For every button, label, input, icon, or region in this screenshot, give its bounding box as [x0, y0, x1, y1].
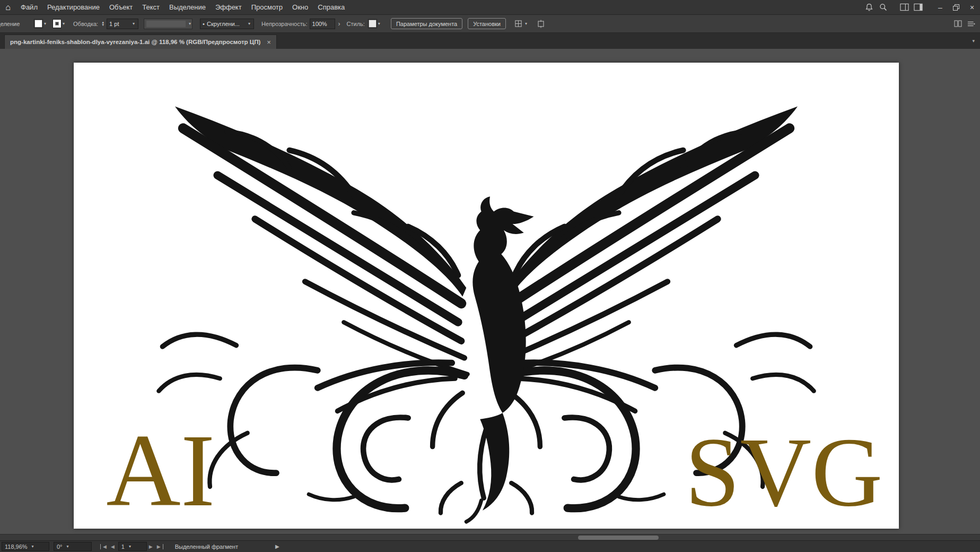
- horizontal-scrollbar[interactable]: [0, 534, 980, 540]
- close-icon: ×: [970, 3, 974, 12]
- stroke-color-swatch[interactable]: [52, 19, 62, 28]
- stroke-weight-stepper[interactable]: ▲ ▼: [101, 21, 104, 27]
- transform-reference-icon: [514, 20, 522, 28]
- canvas-pasteboard[interactable]: AI SVG: [0, 49, 980, 534]
- home-icon: ⌂: [5, 3, 11, 12]
- bell-icon: [864, 3, 874, 12]
- artboard-text-svg[interactable]: SVG: [685, 417, 883, 527]
- rotation-dropdown[interactable]: 0° ▾: [54, 542, 92, 551]
- control-bar: Выделение ▾ ▾ Обводка: ▲ ▼ 1 pt ▾ ▾ • Ск…: [0, 15, 980, 33]
- first-artboard-button[interactable]: ◀: [100, 544, 109, 549]
- main-menu: Файл Редактирование Объект Текст Выделен…: [16, 0, 349, 15]
- artboard-number-field[interactable]: 1 ▾: [118, 542, 147, 551]
- profile-chevron-icon: ▾: [188, 21, 192, 26]
- next-artboard-button[interactable]: ▶: [147, 544, 155, 549]
- opacity-field[interactable]: 100%: [310, 19, 335, 29]
- artboard-text-ai[interactable]: AI: [106, 413, 215, 528]
- document-tab-strip: png-kartinki-feniks-shablon-dlya-vyrezan…: [0, 33, 980, 49]
- width-profile-dropdown[interactable]: ▾: [144, 19, 192, 29]
- brush-definition-dropdown[interactable]: • Скруглени... ▾: [200, 19, 254, 29]
- panel-layout-icon: [914, 3, 923, 11]
- menu-bar: ⌂ Файл Редактирование Объект Текст Выдел…: [0, 0, 980, 15]
- panel-layout-button[interactable]: [911, 0, 925, 15]
- active-tool-label: Выделение: [0, 21, 24, 27]
- menu-view[interactable]: Просмотр: [247, 0, 287, 15]
- transform-chevron-icon[interactable]: ▾: [524, 21, 528, 26]
- workspace-columns-icon: [900, 3, 909, 11]
- width-profile-preview: [146, 21, 186, 27]
- zoom-level-dropdown[interactable]: 118,96% ▾: [2, 542, 49, 551]
- menu-type[interactable]: Текст: [137, 0, 164, 15]
- brush-chevron-icon: ▾: [247, 21, 251, 26]
- isolate-icon: [537, 20, 545, 28]
- close-window-button[interactable]: ×: [964, 0, 980, 15]
- search-icon: [879, 3, 888, 12]
- status-display[interactable]: Выделенный фрагмент: [175, 544, 238, 550]
- transform-reference-button[interactable]: [513, 19, 524, 29]
- illustrator-window: ⌂ Файл Редактирование Объект Текст Выдел…: [0, 0, 980, 552]
- menu-object[interactable]: Объект: [104, 0, 137, 15]
- panel-menu-icon: [967, 21, 976, 27]
- stroke-weight-field[interactable]: 1 pt ▾: [107, 19, 138, 29]
- artboard-chevron-icon: ▾: [128, 544, 132, 549]
- control-panel-menu-button[interactable]: [966, 19, 977, 29]
- restore-icon: [953, 4, 959, 11]
- status-bar: 118,96% ▾ 0° ▾ ◀ ◀ 1 ▾ ▶ ▶ Выделенный фр…: [0, 540, 980, 552]
- horizontal-scrollbar-thumb[interactable]: [578, 536, 659, 540]
- style-chevron-icon[interactable]: ▾: [377, 21, 381, 26]
- opacity-panel-arrow-icon[interactable]: ›: [337, 20, 342, 28]
- document-tab-title: png-kartinki-feniks-shablon-dlya-vyrezan…: [10, 39, 260, 45]
- arrange-documents-icon: [954, 20, 962, 27]
- menu-effect[interactable]: Эффект: [211, 0, 247, 15]
- phoenix-artwork[interactable]: AI SVG: [74, 63, 899, 529]
- rotation-chevron-icon: ▾: [66, 544, 70, 549]
- tab-close-icon[interactable]: ×: [267, 38, 271, 46]
- preferences-button[interactable]: Установки: [468, 18, 506, 29]
- menu-select[interactable]: Выделение: [164, 0, 211, 15]
- stroke-weight-label: Обводка:: [73, 21, 98, 27]
- menu-help[interactable]: Справка: [313, 0, 349, 15]
- opacity-label: Непрозрачность:: [261, 21, 307, 27]
- previous-artboard-button[interactable]: ◀: [109, 544, 117, 549]
- style-label: Стиль:: [347, 21, 365, 27]
- stroke-weight-chevron-icon: ▾: [132, 21, 136, 26]
- stepper-down-icon: ▼: [101, 24, 104, 27]
- last-artboard-button[interactable]: ▶: [155, 544, 163, 549]
- tab-overflow-chevron-icon[interactable]: ▾: [972, 38, 975, 44]
- restore-button[interactable]: [948, 0, 964, 15]
- phoenix-body: [466, 196, 533, 522]
- artboard[interactable]: AI SVG: [74, 63, 899, 529]
- search-button[interactable]: [876, 0, 890, 15]
- status-menu-arrow-icon[interactable]: ▶: [275, 544, 279, 549]
- isolate-object-button[interactable]: [536, 19, 546, 29]
- graphic-style-swatch[interactable]: [368, 19, 377, 28]
- menu-window[interactable]: Окно: [287, 0, 313, 15]
- menubar-right-cluster: – ×: [862, 0, 980, 15]
- brush-dot-icon: •: [203, 21, 205, 27]
- document-setup-button[interactable]: Параметры документа: [391, 18, 462, 29]
- arrange-documents-button[interactable]: [952, 19, 963, 29]
- fill-chevron-icon[interactable]: ▾: [43, 21, 47, 26]
- workspace-switcher-button[interactable]: [897, 0, 911, 15]
- minimize-icon: –: [938, 3, 942, 12]
- stroke-chevron-icon[interactable]: ▾: [62, 21, 66, 26]
- home-button[interactable]: ⌂: [0, 0, 16, 15]
- fill-color-swatch[interactable]: [34, 19, 43, 28]
- minimize-button[interactable]: –: [932, 0, 948, 15]
- menu-file[interactable]: Файл: [16, 0, 42, 15]
- document-tab[interactable]: png-kartinki-feniks-shablon-dlya-vyrezan…: [4, 34, 277, 49]
- menu-edit[interactable]: Редактирование: [42, 0, 104, 15]
- zoom-chevron-icon: ▾: [31, 544, 35, 549]
- notifications-button[interactable]: [862, 0, 876, 15]
